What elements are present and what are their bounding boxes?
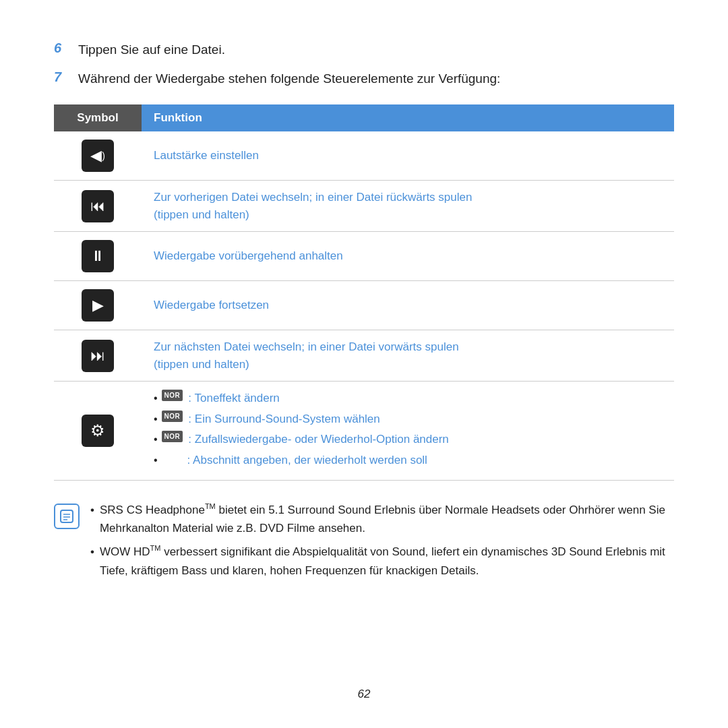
table-row-play: ▶ Wiedergabe fortsetzen [54,281,674,330]
gear-bullet-1: NOR : Toneffekt ändern [154,390,662,407]
funktion-header: Funktion [142,104,674,131]
symbol-prev: ⏮ [54,181,142,232]
gear-bullet-3-text: : Zufallswiedergabe- oder Wiederhol-Opti… [188,431,448,448]
symbol-gear: ⚙ [54,382,142,481]
note-bullet-list: SRS CS HeadphoneTM bietet ein 5.1 Surrou… [90,501,674,580]
next-icon: ⏭ [82,340,114,372]
funktion-prev: Zur vorherigen Datei wechseln; in einer … [142,181,674,232]
nor-badge-2: NOR [162,411,183,422]
gear-bullet-4: : Abschnitt angeben, der wiederholt werd… [154,452,662,469]
step-7: 7 Während der Wiedergabe stehen folgende… [54,69,674,89]
funktion-volume: Lautstärke einstellen [142,131,674,181]
step-6-text: Tippen Sie auf eine Datei. [78,40,225,60]
table-row-next: ⏭ Zur nächsten Datei wechseln; in einer … [54,330,674,382]
note-content: SRS CS HeadphoneTM bietet ein 5.1 Surrou… [90,501,674,585]
gear-icon: ⚙ [82,415,114,447]
note-bullet-1-text: SRS CS HeadphoneTM bietet ein 5.1 Surrou… [100,501,674,537]
note-bullet-1: SRS CS HeadphoneTM bietet ein 5.1 Surrou… [90,501,674,537]
table-row-prev: ⏮ Zur vorherigen Datei wechseln; in eine… [54,181,674,232]
nor-badge-3: NOR [162,431,183,442]
gear-bullet-3: NOR : Zufallswiedergabe- oder Wiederhol-… [154,431,662,448]
gear-bullet-1-text: : Toneffekt ändern [188,390,279,407]
step-6: 6 Tippen Sie auf eine Datei. [54,40,674,60]
symbol-play: ▶ [54,281,142,330]
symbol-pause: ⏸ [54,232,142,281]
svg-rect-0 [61,510,73,522]
funktion-next: Zur nächsten Datei wechseln; in einer Da… [142,330,674,382]
page-number: 62 [358,688,371,701]
note-bullet-2-text: WOW HDTM verbessert signifikant die Absp… [100,543,674,579]
step-7-number: 7 [54,69,69,85]
step-6-number: 6 [54,40,69,56]
note-icon [54,504,80,529]
nor-badge-1: NOR [162,390,183,401]
symbol-next: ⏭ [54,330,142,382]
symbol-volume: ◀) [54,131,142,181]
page: { "steps": [ { "number": "6", "text": "T… [0,0,728,728]
play-icon: ▶ [82,289,114,322]
gear-bullet-list: NOR : Toneffekt ändern NOR : Ein Surroun… [154,390,662,468]
note-bullet-2: WOW HDTM verbessert signifikant die Absp… [90,543,674,579]
control-table: Symbol Funktion ◀) Lautstärke einstellen… [54,104,674,481]
volume-icon: ◀) [82,140,114,172]
prev-icon: ⏮ [82,190,114,222]
table-row-pause: ⏸ Wiedergabe vorübergehend anhalten [54,232,674,281]
pause-icon: ⏸ [82,240,114,272]
funktion-pause: Wiedergabe vorübergehend anhalten [142,232,674,281]
table-row-volume: ◀) Lautstärke einstellen [54,131,674,181]
funktion-gear: NOR : Toneffekt ändern NOR : Ein Surroun… [142,382,674,481]
symbol-header: Symbol [54,104,142,131]
note-section: SRS CS HeadphoneTM bietet ein 5.1 Surrou… [54,501,674,585]
step-7-text: Während der Wiedergabe stehen folgende S… [78,69,500,89]
gear-bullet-2: NOR : Ein Surround-Sound-System wählen [154,411,662,428]
funktion-play: Wiedergabe fortsetzen [142,281,674,330]
table-row-gear: ⚙ NOR : Toneffekt ändern NOR : Ein Surro… [54,382,674,481]
step-list: 6 Tippen Sie auf eine Datei. 7 Während d… [54,40,674,88]
gear-bullet-4-text: : Abschnitt angeben, der wiederholt werd… [187,452,427,469]
gear-bullet-2-text: : Ein Surround-Sound-System wählen [188,411,380,428]
